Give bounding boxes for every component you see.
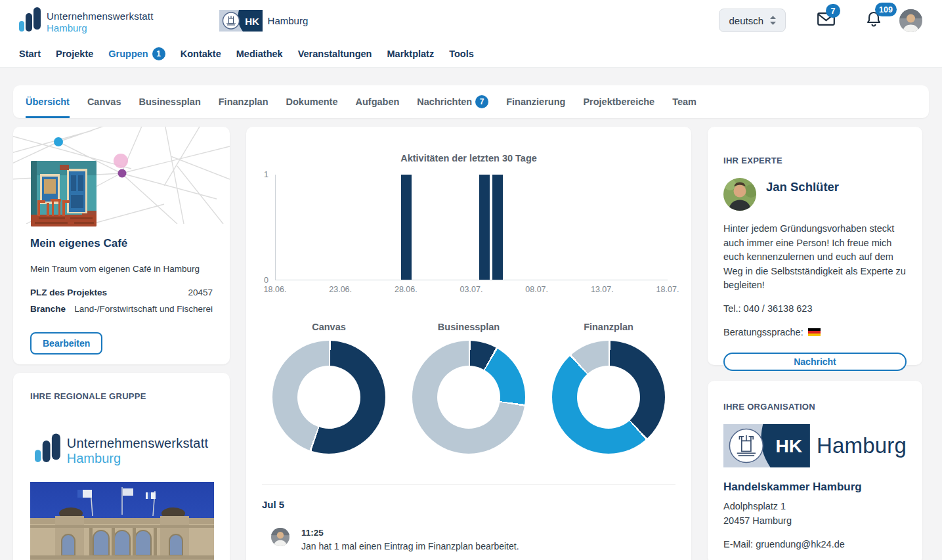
organisation-address-line2: 20457 Hamburg	[723, 513, 907, 528]
donut-label: Canvas	[272, 322, 385, 332]
timeline-entries: 11:25Jan hat 1 mal einen Eintrag im Fina…	[246, 528, 691, 551]
organisation-name: Handelskammer Hamburg	[723, 481, 907, 494]
project-branche-label: Branche	[30, 304, 66, 314]
brand-logo[interactable]: Unternehmenswerkstatt Hamburg	[19, 7, 154, 33]
svg-text:HK: HK	[245, 15, 259, 26]
nav-item-marktplatz[interactable]: Marktplatz	[387, 49, 434, 59]
nav-item-label: Kontakte	[181, 49, 221, 59]
brand-name-line1: Unternehmenswerkstatt	[47, 11, 154, 22]
activity-chart-title: Aktivitäten der letzten 30 Tage	[246, 153, 691, 163]
timeline-entry-text: Jan hat 1 mal einen Eintrag im Finanzpla…	[301, 541, 519, 551]
activity-bar-28.06.	[401, 175, 412, 280]
svg-text:HK: HK	[775, 435, 802, 456]
donut-businessplan: Businessplan	[412, 322, 525, 454]
x-axis-label: 13.07.	[591, 285, 614, 294]
organisation-heading: IHRE ORGANISATION	[723, 402, 907, 412]
tab-übersicht[interactable]: Übersicht	[26, 85, 70, 118]
timeline-entry-avatar	[271, 528, 289, 546]
tab-finanzplan[interactable]: Finanzplan	[219, 85, 268, 118]
german-flag-icon	[808, 328, 821, 336]
x-axis-label: 18.07.	[656, 285, 679, 294]
hk-logo-city: Hamburg	[268, 15, 309, 26]
nav-item-label: Projekte	[56, 49, 93, 59]
tab-badge: 7	[475, 95, 488, 108]
regional-group-card: IHRE REGIONALE GRUPPE Unternehmenswerkst…	[13, 373, 230, 560]
tab-label: Aufgaben	[355, 97, 399, 107]
group-logo-line2: Hamburg	[67, 451, 208, 466]
notifications-badge: 109	[875, 3, 897, 16]
hk-logo-large-icon: HK	[723, 423, 810, 469]
user-avatar-image	[899, 9, 922, 32]
expert-card: IHR EXPERTE Jan Schlüter Hinter jedem Gr…	[708, 127, 922, 365]
tab-label: Dokumente	[286, 97, 338, 107]
project-title: Mein eigenes Café	[30, 237, 213, 250]
main-nav: StartProjekteGruppen1KontakteMediathekVe…	[19, 41, 922, 67]
donut-chart	[272, 341, 385, 454]
nav-item-projekte[interactable]: Projekte	[56, 49, 93, 59]
expert-avatar	[723, 178, 756, 211]
group-logo: Unternehmenswerkstatt Hamburg	[30, 432, 213, 466]
tab-label: Nachrichten	[417, 97, 472, 107]
mail-badge: 7	[826, 4, 840, 18]
user-avatar[interactable]	[899, 9, 922, 32]
tab-canvas[interactable]: Canvas	[87, 85, 121, 118]
hk-logo-icon: HK	[219, 10, 263, 32]
activity-card: Aktivitäten der letzten 30 Tage 1 0 18.0…	[246, 127, 691, 560]
tab-businessplan[interactable]: Businessplan	[139, 85, 200, 118]
tab-label: Übersicht	[26, 97, 70, 107]
tab-team[interactable]: Team	[672, 85, 696, 118]
y-axis-tick-1: 1	[264, 170, 268, 179]
tab-label: Canvas	[87, 97, 121, 107]
tab-label: Projektbereiche	[583, 97, 654, 107]
timeline-divider	[262, 485, 675, 485]
nav-item-veranstaltungen[interactable]: Veranstaltungen	[298, 49, 372, 59]
nav-item-kontakte[interactable]: Kontakte	[181, 49, 221, 59]
nav-item-label: Tools	[449, 49, 474, 59]
expert-phone: Tel.: 040 / 36138 623	[723, 303, 907, 314]
organisation-address-line1: Adolphsplatz 1	[723, 499, 907, 513]
organisation-logo-city: Hamburg	[817, 433, 907, 458]
project-tabbar: ÜbersichtCanvasBusinessplanFinanzplanDok…	[13, 85, 929, 118]
x-axis-label: 08.07.	[525, 285, 548, 294]
language-value: deutsch	[729, 15, 763, 26]
nav-item-label: Mediathek	[236, 49, 283, 59]
nav-item-badge: 1	[152, 47, 165, 60]
language-select[interactable]: deutsch	[719, 9, 786, 32]
tab-dokumente[interactable]: Dokumente	[286, 85, 338, 118]
x-axis-label: 03.07.	[460, 285, 483, 294]
message-expert-button[interactable]: Nachricht	[723, 353, 907, 371]
activity-bar-04.07.	[479, 175, 490, 280]
tab-label: Finanzplan	[219, 97, 268, 107]
expert-name: Jan Schlüter	[766, 180, 839, 194]
brand-bars-icon	[19, 7, 41, 33]
organisation-card: IHRE ORGANISATION HK Hamburg Handelsk	[708, 381, 922, 560]
donut-canvas: Canvas	[272, 322, 385, 454]
tab-finanzierung[interactable]: Finanzierung	[506, 85, 565, 118]
nav-item-label: Veranstaltungen	[298, 49, 372, 59]
nav-item-tools[interactable]: Tools	[449, 49, 474, 59]
x-axis-label: 18.06.	[264, 285, 287, 294]
group-logo-bars-icon	[35, 432, 61, 466]
x-axis-label: 28.06.	[395, 285, 417, 294]
project-description: Mein Traum vom eigenen Café in Hamburg	[30, 264, 213, 274]
nav-item-label: Start	[19, 49, 41, 59]
expert-bio: Hinter jedem Gründungsvorhaben steckt au…	[723, 222, 907, 293]
project-branche-value: Land-/Forstwirtschaft und Fischerei	[74, 304, 213, 314]
nav-item-start[interactable]: Start	[19, 49, 41, 59]
y-axis-tick-0: 0	[264, 276, 268, 285]
progress-donuts: CanvasBusinessplanFinanzplan	[246, 322, 691, 454]
tab-aufgaben[interactable]: Aufgaben	[355, 85, 399, 118]
nav-item-gruppen[interactable]: Gruppen1	[108, 47, 165, 60]
nav-item-mediathek[interactable]: Mediathek	[236, 49, 283, 59]
donut-chart	[552, 341, 665, 454]
regional-group-heading: IHRE REGIONALE GRUPPE	[30, 391, 213, 401]
nav-item-label: Gruppen	[108, 49, 148, 59]
notifications-button[interactable]: 109	[867, 11, 881, 30]
partner-logo-hk[interactable]: HK Hamburg	[219, 10, 309, 32]
brand-name-line2: Hamburg	[47, 22, 154, 33]
tab-nachrichten[interactable]: Nachrichten7	[417, 85, 488, 118]
edit-project-button[interactable]: Bearbeiten	[30, 332, 102, 355]
tab-projektbereiche[interactable]: Projektbereiche	[583, 85, 654, 118]
messages-button[interactable]: 7	[817, 12, 835, 28]
activity-bar-05.07.	[492, 175, 503, 280]
